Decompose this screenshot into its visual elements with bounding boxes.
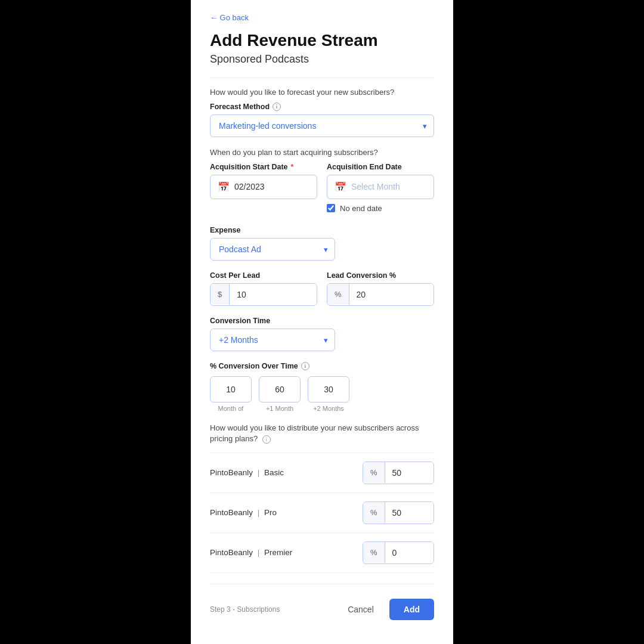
end-date-input[interactable]: 📅 Select Month bbox=[327, 175, 434, 199]
conversion-info-icon[interactable]: i bbox=[301, 362, 309, 370]
percent-prefix-basic: % bbox=[363, 462, 385, 483]
cancel-button[interactable]: Cancel bbox=[339, 600, 382, 619]
conv-box-input-0[interactable] bbox=[210, 385, 251, 394]
forecast-question: How would you like to forecast your new … bbox=[210, 88, 434, 97]
end-date-field: Acquisition End Date 📅 Select Month No e… bbox=[327, 163, 434, 215]
forecast-method-label: Forecast Method i bbox=[210, 103, 434, 111]
end-date-label: Acquisition End Date bbox=[327, 163, 434, 171]
footer: Step 3 - Subscriptions Cancel Add bbox=[210, 584, 434, 620]
conv-box-0: Month of bbox=[210, 376, 252, 412]
no-end-date-row: No end date bbox=[327, 204, 434, 213]
footer-actions: Cancel Add bbox=[339, 599, 434, 620]
conversion-boxes-row: Month of +1 Month +2 Months bbox=[210, 376, 434, 412]
pricing-input-basic: % bbox=[363, 462, 434, 484]
start-date-value: 02/2023 bbox=[234, 182, 265, 191]
pricing-value-premier[interactable] bbox=[385, 542, 434, 564]
conv-box-2: +2 Months bbox=[308, 376, 349, 412]
distribute-section: How would you like to distribute your ne… bbox=[210, 423, 434, 573]
lead-conversion-field: Lead Conversion % % bbox=[327, 271, 434, 306]
calendar-icon-end: 📅 bbox=[335, 181, 346, 193]
conv-box-input-1[interactable] bbox=[259, 385, 300, 394]
pricing-input-premier: % bbox=[363, 541, 434, 564]
lead-conversion-input[interactable] bbox=[349, 284, 434, 305]
pricing-plans-list: PintoBeanly | Basic % PintoBeanly | Pro … bbox=[210, 453, 434, 573]
pricing-name-pro: PintoBeanly | Pro bbox=[210, 508, 277, 517]
pricing-row-pro: PintoBeanly | Pro % bbox=[210, 493, 434, 533]
divider-1 bbox=[210, 78, 434, 78]
acquisition-dates-row: Acquisition Start Date * 📅 02/2023 Acqui… bbox=[210, 163, 434, 215]
lead-conversion-input-group: % bbox=[327, 283, 434, 306]
cost-per-lead-label: Cost Per Lead bbox=[210, 271, 317, 280]
forecast-method-select-wrapper: Marketing-led conversions Direct Manual … bbox=[210, 114, 434, 137]
expense-label: Expense bbox=[210, 226, 434, 234]
conversion-time-select-wrapper: +1 Month +2 Months +3 Months +6 Months ▾ bbox=[210, 329, 335, 351]
conversion-time-select[interactable]: +1 Month +2 Months +3 Months +6 Months bbox=[210, 329, 335, 351]
forecast-info-icon[interactable]: i bbox=[273, 103, 281, 111]
forecast-method-select[interactable]: Marketing-led conversions Direct Manual bbox=[210, 114, 434, 137]
distribute-question: How would you like to distribute your ne… bbox=[210, 423, 434, 444]
pricing-value-pro[interactable] bbox=[385, 502, 434, 524]
cost-conversion-row: Cost Per Lead $ Lead Conversion % % bbox=[210, 271, 434, 306]
acquisition-section: When do you plan to start acquiring subs… bbox=[210, 148, 434, 215]
pricing-row-basic: PintoBeanly | Basic % bbox=[210, 453, 434, 493]
main-panel: ← Go back Add Revenue Stream Sponsored P… bbox=[191, 0, 453, 644]
cost-per-lead-input-group: $ bbox=[210, 283, 317, 306]
expense-section: Expense Podcast Ad Marketing Other ▾ bbox=[210, 226, 434, 261]
conversion-over-time-label: % Conversion Over Time i bbox=[210, 362, 434, 370]
percent-prefix-pro: % bbox=[363, 502, 385, 523]
forecast-section: How would you like to forecast your new … bbox=[210, 88, 434, 137]
conv-box-label-1: +1 Month bbox=[266, 405, 293, 412]
conv-box-label-2: +2 Months bbox=[313, 405, 344, 412]
go-back-link[interactable]: ← Go back bbox=[210, 13, 249, 22]
conversion-time-section: Conversion Time +1 Month +2 Months +3 Mo… bbox=[210, 317, 434, 351]
conv-box-input-2[interactable] bbox=[308, 385, 349, 394]
start-date-input[interactable]: 📅 02/2023 bbox=[210, 175, 317, 199]
conv-box-1: +1 Month bbox=[259, 376, 301, 412]
cost-per-lead-input[interactable] bbox=[230, 284, 317, 305]
no-end-date-checkbox[interactable] bbox=[327, 204, 335, 212]
start-date-label: Acquisition Start Date * bbox=[210, 163, 317, 171]
start-date-field: Acquisition Start Date * 📅 02/2023 bbox=[210, 163, 317, 215]
end-date-placeholder: Select Month bbox=[351, 182, 400, 191]
conversion-time-label: Conversion Time bbox=[210, 317, 434, 325]
page-title: Add Revenue Stream bbox=[210, 30, 434, 51]
add-button[interactable]: Add bbox=[389, 599, 434, 620]
pricing-row-premier: PintoBeanly | Premier % bbox=[210, 533, 434, 573]
conv-box-label-0: Month of bbox=[218, 405, 244, 412]
expense-select-wrapper: Podcast Ad Marketing Other ▾ bbox=[210, 238, 335, 261]
percent-prefix: % bbox=[327, 284, 349, 305]
step-label: Step 3 - Subscriptions bbox=[210, 605, 280, 614]
no-end-date-label[interactable]: No end date bbox=[340, 204, 382, 213]
pricing-name-basic: PintoBeanly | Basic bbox=[210, 468, 284, 477]
percent-prefix-premier: % bbox=[363, 542, 385, 563]
lead-conversion-label: Lead Conversion % bbox=[327, 271, 434, 280]
calendar-icon-start: 📅 bbox=[218, 181, 230, 193]
cost-per-lead-field: Cost Per Lead $ bbox=[210, 271, 317, 306]
conversion-over-time-section: % Conversion Over Time i Month of +1 Mon… bbox=[210, 362, 434, 412]
required-star: * bbox=[291, 163, 294, 171]
acquisition-question: When do you plan to start acquiring subs… bbox=[210, 148, 434, 157]
page-subtitle: Sponsored Podcasts bbox=[210, 53, 434, 66]
pricing-name-premier: PintoBeanly | Premier bbox=[210, 548, 292, 557]
dollar-prefix: $ bbox=[210, 284, 230, 305]
distribute-info-icon[interactable]: i bbox=[262, 435, 271, 444]
pricing-input-pro: % bbox=[363, 501, 434, 524]
expense-select[interactable]: Podcast Ad Marketing Other bbox=[210, 238, 335, 261]
pricing-value-basic[interactable] bbox=[385, 462, 434, 484]
